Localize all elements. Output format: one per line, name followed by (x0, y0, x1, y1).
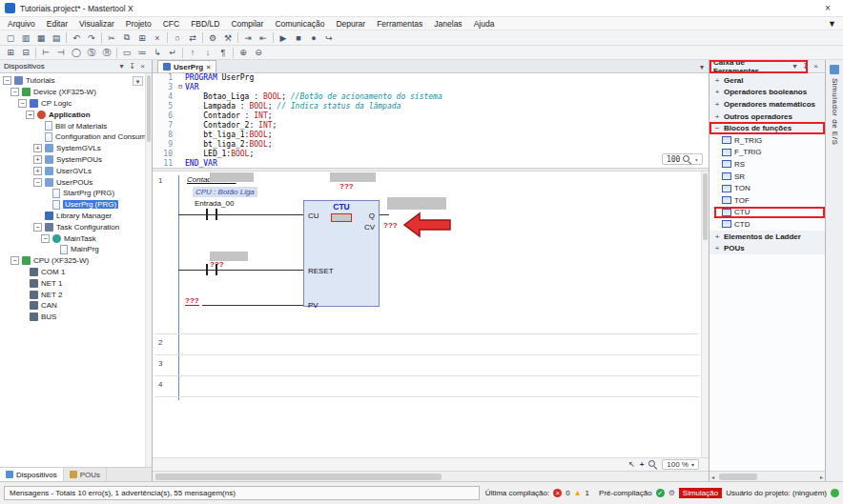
rung-number[interactable]: 3 (158, 359, 162, 368)
pin-cu[interactable]: CU (308, 212, 319, 220)
magnifier-icon[interactable] (648, 460, 657, 469)
chevron-down-icon[interactable]: ▾ (790, 62, 800, 71)
zoom-out-icon[interactable]: ⊖ (251, 47, 266, 59)
negated-contact-icon[interactable]: ⊣ (53, 47, 69, 59)
expander-icon[interactable]: + (713, 100, 721, 109)
coil-icon[interactable]: ◯ (69, 47, 84, 59)
code-line-5[interactable]: 5 Lampada : BOOL; // Indica status da lâ… (153, 102, 709, 111)
tree-item-library-manager[interactable]: Library Manager (0, 211, 152, 222)
undo-icon[interactable]: ↶ (69, 31, 84, 44)
scrollbar-thumb[interactable] (703, 173, 708, 240)
print-icon[interactable]: ▤ (49, 31, 64, 44)
copy-icon[interactable]: ⧉ (119, 31, 134, 44)
menu-comunica-o[interactable]: Comunicação (269, 19, 330, 29)
ladder-zoom-control[interactable]: 100 % ▾ (662, 459, 699, 470)
menu-fbd-ld[interactable]: FBD/LD (185, 19, 225, 29)
tab-close-icon[interactable]: × (206, 63, 211, 71)
return-icon[interactable]: ↵ (165, 47, 180, 59)
paste-icon[interactable]: ⊞ (134, 31, 150, 44)
tab-dispositivos[interactable]: Dispositivos (0, 468, 64, 481)
menu-depurar[interactable]: Depurar (330, 19, 371, 29)
tree-item-com-1[interactable]: COM 1 (0, 267, 152, 278)
tree-item-can[interactable]: CAN (0, 300, 152, 312)
reset-coil-icon[interactable]: Ⓡ (99, 47, 114, 59)
tree-item-mainprg[interactable]: MainPrg (0, 244, 152, 255)
code-line-1[interactable]: 1PROGRAM UserPrg (153, 73, 709, 83)
code-line-9[interactable]: 9 bt_liga_2:BOOL; (153, 140, 709, 150)
ladder-editor[interactable]: 1 Contador CTU ??? CPU : Botão Liga Entr… (153, 171, 709, 457)
expander-icon[interactable]: − (713, 124, 721, 132)
code-line-4[interactable]: 4 Botao_Liga : BOOL; //Botão de acioname… (153, 92, 709, 102)
expander-icon[interactable]: + (33, 144, 42, 152)
ladder-horizontal-scrollbar[interactable] (153, 471, 709, 481)
filter-icon[interactable]: ▼ (828, 19, 836, 29)
ctu-function-block[interactable]: CTU CU Q CV RESET PV (303, 200, 380, 307)
tree-item-cpu-xf325-w[interactable]: −CPU (XF325-W) (0, 255, 152, 267)
toolbox-item-ctd[interactable]: CTD (709, 218, 825, 231)
function-block-icon[interactable]: ▭ (119, 47, 134, 59)
scrollbar-thumb[interactable] (719, 474, 757, 480)
tab-list-dropdown-icon[interactable]: ▾ (700, 63, 704, 71)
find-icon[interactable]: ○ (170, 31, 185, 44)
pin-cv[interactable]: CV (364, 223, 375, 232)
code-line-11[interactable]: 11END_VAR (153, 159, 709, 169)
compile-icon[interactable]: ⚙ (205, 31, 220, 44)
expander-icon[interactable]: + (33, 167, 42, 175)
menu-arquivo[interactable]: Arquivo (2, 19, 41, 29)
chevron-down-icon[interactable]: ▾ (116, 62, 127, 71)
tree-root-dropdown[interactable]: ▾ (133, 76, 143, 86)
menu-editar[interactable]: Editar (41, 19, 73, 29)
tree-item-systempous[interactable]: +SystemPOUs (0, 154, 152, 166)
tab-userprg[interactable]: UserPrg × (157, 60, 216, 72)
expander-icon[interactable]: + (713, 76, 721, 85)
code-line-3[interactable]: 3⊟VAR (153, 83, 709, 92)
expander-icon[interactable]: − (10, 88, 19, 96)
contact-icon[interactable]: ⊢ (38, 47, 53, 59)
menu-projeto[interactable]: Projeto (120, 19, 157, 29)
cv-output-placeholder[interactable]: ??? (383, 221, 398, 230)
menu-ajuda[interactable]: Ajuda (468, 19, 501, 29)
scrollbar-thumb[interactable] (147, 75, 151, 142)
scroll-left-icon[interactable]: ◂ (711, 474, 714, 480)
contact-name[interactable]: Entrada_00 (195, 199, 234, 208)
tree-item-tutoriais[interactable]: −Tutoriais (0, 75, 152, 87)
toolbox-item-sr[interactable]: SR (709, 171, 825, 183)
toolbox-category-geral[interactable]: +Geral (709, 74, 825, 87)
save-project-icon[interactable]: ▦ (33, 31, 49, 44)
expander-icon[interactable]: + (713, 232, 721, 241)
toolbox-category-operadores-matem-ticos[interactable]: +Operadores matemáticos (709, 98, 825, 111)
redo-icon[interactable]: ↷ (84, 31, 99, 44)
login-icon[interactable]: ⇥ (240, 31, 256, 44)
jump-icon[interactable]: ↳ (150, 47, 165, 59)
code-line-8[interactable]: 8 bt_liga_1:BOOL; (153, 131, 709, 140)
pin-icon[interactable]: ↧ (127, 62, 137, 71)
tree-item-usergvls[interactable]: +UserGVLs (0, 165, 152, 176)
tree-item-systemgvls[interactable]: +SystemGVLs (0, 143, 152, 154)
menu-janelas[interactable]: Janelas (428, 19, 467, 29)
contact-symbol[interactable] (216, 209, 217, 220)
rung-number[interactable]: 4 (158, 380, 162, 389)
tree-item-configuration-and-consumpt[interactable]: Configuration and Consumpt (0, 131, 152, 143)
close-icon[interactable]: × (137, 62, 148, 71)
ladder-vertical-scrollbar[interactable] (701, 171, 709, 457)
toolbox-item-tof[interactable]: TOF (709, 194, 825, 207)
generate-code-icon[interactable]: ⚒ (220, 31, 236, 44)
close-icon[interactable]: × (811, 62, 821, 71)
expander-icon[interactable]: − (33, 223, 42, 232)
rung-number[interactable]: 2 (158, 338, 162, 347)
pin-q[interactable]: Q (369, 212, 375, 220)
expander-icon[interactable]: + (713, 112, 721, 121)
tab-pous[interactable]: POUs (64, 468, 107, 481)
rung-number[interactable]: 1 (158, 176, 162, 185)
cut-icon[interactable]: ✂ (104, 31, 119, 44)
toolbox-category-elementos-de-ladder[interactable]: +Elementos de Ladder (709, 231, 825, 243)
pin-pv[interactable]: PV (308, 301, 319, 310)
select-cursor-icon[interactable]: ↖ (628, 460, 635, 469)
move-up-icon[interactable]: ↑ (185, 47, 200, 59)
toolbox-item-ctu[interactable]: CTU (709, 207, 825, 219)
step-over-icon[interactable]: ↪ (321, 31, 337, 44)
declaration-editor[interactable]: 1PROGRAM UserPrg3⊟VAR4 Botao_Liga : BOOL… (153, 73, 709, 169)
tree-item-bus[interactable]: BUS (0, 312, 152, 323)
declaration-zoom-control[interactable]: 100 ▾ (662, 153, 703, 165)
run-icon[interactable]: ▶ (276, 31, 291, 44)
